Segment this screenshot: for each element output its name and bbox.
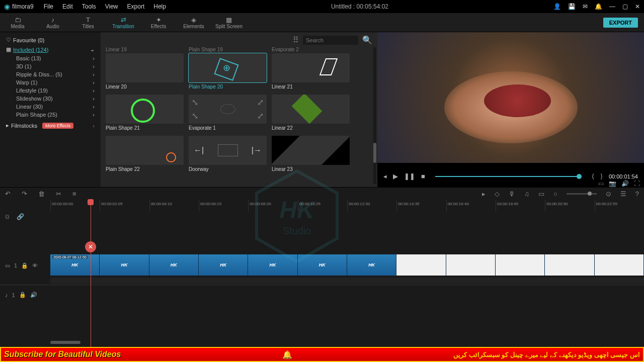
track-head-video[interactable]: ▭ 1 🔒 👁	[0, 251, 50, 280]
pause-icon[interactable]: ❚❚	[404, 172, 415, 180]
undo-icon[interactable]: ↶	[5, 190, 11, 198]
sidebar-favourite[interactable]: ♡ Favourite (0)	[4, 35, 97, 45]
timeline: 00:00:00:0000:00:02:0500:00:04:1000:00:0…	[0, 200, 644, 347]
window-title: Untitled : 00:05:54:02	[166, 3, 553, 10]
close-icon[interactable]: ✕	[635, 3, 640, 10]
minimize-icon[interactable]: —	[609, 3, 615, 10]
link-icon[interactable]: 🔗	[17, 213, 24, 220]
transition-thumb[interactable]: ←||→Doorway	[189, 136, 267, 172]
tab-media[interactable]: 🗀Media	[0, 15, 35, 31]
split-icon[interactable]: ✂	[56, 190, 61, 198]
menu-tools[interactable]: Tools	[82, 3, 96, 10]
speaker-icon[interactable]: 🔊	[30, 292, 37, 298]
clip-frame: HK	[248, 254, 297, 276]
marker-icon[interactable]: ◇	[495, 190, 500, 198]
menu-view[interactable]: View	[105, 3, 118, 10]
ruler-mark: 00:00:08:20	[248, 200, 297, 211]
transition-thumb[interactable]: Plain Shape 21	[106, 95, 184, 131]
tab-audio[interactable]: ♪Audio	[35, 15, 70, 31]
audio-track-lane[interactable]	[50, 285, 644, 305]
mark-in-icon[interactable]: ⟨	[592, 172, 594, 180]
preview-panel: ◂ ▶ ❚❚ ■ ⟨ ⟩ 00:00:01:54 ▭ 📷 🔊 ⛶	[377, 32, 644, 187]
tab-titles[interactable]: TTitles	[70, 15, 106, 31]
sidebar-sub[interactable]: Slideshow (30)›	[4, 95, 97, 103]
menu-edit[interactable]: Edit	[62, 3, 73, 10]
stop-icon[interactable]: ■	[421, 172, 425, 180]
magnet-icon[interactable]: ⧉	[5, 213, 10, 220]
mark-out-icon[interactable]: ⟩	[600, 172, 603, 180]
tab-split-screen[interactable]: ▦Split Screen	[211, 15, 247, 31]
maximize-icon[interactable]: ▢	[622, 3, 628, 10]
transition-thumb[interactable]: Plain Shape 22	[106, 136, 184, 172]
transition-thumb[interactable]: ⊕Plain Shape 20	[189, 53, 267, 89]
lock-icon[interactable]: 🔒	[21, 262, 28, 269]
mixer-icon[interactable]: ♫	[524, 190, 529, 198]
video-track-lane[interactable]: 2020-08-07 08-12-50 HKHKHKHKHKHKHK	[50, 251, 644, 280]
sidebar-sub[interactable]: 3D (1)›	[4, 62, 97, 70]
timeline-hscroll[interactable]	[50, 341, 80, 344]
tab-effects[interactable]: ✦Effects	[141, 15, 176, 31]
transition-thumb[interactable]: Linear 23	[272, 136, 350, 172]
playhead-close-icon[interactable]: ✕	[85, 241, 96, 252]
sidebar-sub[interactable]: Warp (1)›	[4, 78, 97, 86]
clip-frame	[496, 254, 545, 276]
voiceover-icon[interactable]: 🎙	[509, 190, 515, 198]
more-effects-badge[interactable]: More Effects	[42, 123, 73, 129]
quality-icon[interactable]: ▭	[598, 180, 604, 187]
adjust-icon[interactable]: ≡	[72, 190, 76, 198]
fit-icon[interactable]: ⊙	[606, 190, 611, 198]
fullscreen-icon[interactable]: ⛶	[634, 180, 640, 187]
notify-icon[interactable]: 🔔	[595, 3, 602, 10]
ratio-icon[interactable]: ▭	[538, 190, 544, 198]
zoom-slider[interactable]	[567, 193, 597, 195]
sidebar-sub[interactable]: Lifestyle (19)›	[4, 86, 97, 95]
playhead[interactable]: ✕	[91, 200, 91, 347]
mail-icon[interactable]: ✉	[583, 3, 588, 10]
tab-transition[interactable]: ⇄Transition	[106, 15, 141, 31]
timeline-ruler[interactable]: 00:00:00:0000:00:02:0500:00:04:1000:00:0…	[0, 200, 644, 211]
preview-timecode: 00:00:01:54	[609, 173, 638, 179]
preview-scrubber[interactable]	[435, 176, 582, 177]
search-icon[interactable]: 🔍	[362, 35, 372, 45]
delete-icon[interactable]: 🗑	[38, 190, 45, 198]
record-icon[interactable]: ○	[553, 190, 557, 198]
transition-thumb[interactable]: ⤡⤢⤡⤢Evaporate 1	[189, 95, 267, 131]
grid-view-icon[interactable]: ⠿	[293, 35, 299, 45]
track-head-audio[interactable]: ♪ 1 🔒 🔊	[0, 285, 50, 305]
help-icon[interactable]: ?	[635, 190, 639, 198]
lock-icon[interactable]: 🔒	[19, 292, 26, 298]
snapshot-icon[interactable]: 📷	[609, 180, 616, 187]
video-track: ▭ 1 🔒 👁 2020-08-07 08-12-50 HKHKHKHKHKHK…	[0, 251, 644, 280]
search-input[interactable]	[303, 36, 358, 45]
save-icon[interactable]: 💾	[568, 3, 576, 10]
video-track-icon: ▭	[5, 262, 10, 269]
preview-viewport[interactable]	[377, 32, 644, 163]
sidebar-sub[interactable]: Ripple & Diss... (5)›	[4, 70, 97, 78]
user-icon[interactable]: 👤	[553, 3, 561, 10]
transition-thumb[interactable]: Linear 22	[272, 95, 350, 131]
prev-frame-icon[interactable]: ◂	[383, 172, 387, 180]
render-icon[interactable]: ▸	[482, 190, 486, 198]
eye-icon[interactable]: 👁	[32, 262, 38, 268]
export-button[interactable]: EXPORT	[603, 18, 638, 28]
transition-thumb[interactable]: Linear 20	[106, 53, 184, 89]
heart-icon: ♡	[6, 37, 11, 43]
track-manage-icon[interactable]: ☰	[620, 190, 626, 198]
volume-icon[interactable]: 🔊	[621, 180, 629, 187]
menu-help[interactable]: Help	[153, 3, 166, 10]
sidebar-sub[interactable]: Basic (13)›	[4, 54, 97, 62]
transition-thumb[interactable]: Linear 21	[272, 53, 350, 89]
browser-scrollbar[interactable]	[373, 47, 376, 184]
favourite-label: Favourite (0)	[13, 37, 44, 43]
window-buttons: 👤 💾 ✉ 🔔 — ▢ ✕	[553, 3, 640, 10]
sidebar-included[interactable]: ▦ Included (124) ⌄	[4, 45, 97, 54]
play-icon[interactable]: ▶	[393, 172, 398, 180]
menu-file[interactable]: File	[44, 3, 53, 10]
sidebar-filmstocks[interactable]: ▸ Filmstocks More Effects ›	[4, 121, 97, 130]
tab-elements[interactable]: ◈Elements	[176, 15, 211, 31]
sidebar-sub[interactable]: Plain Shape (25)›	[4, 111, 97, 119]
sidebar-sub[interactable]: Linear (30)›	[4, 103, 97, 111]
menu-export[interactable]: Export	[127, 3, 145, 10]
redo-icon[interactable]: ↷	[22, 190, 27, 198]
chevron-down-icon: ⌄	[90, 46, 95, 53]
